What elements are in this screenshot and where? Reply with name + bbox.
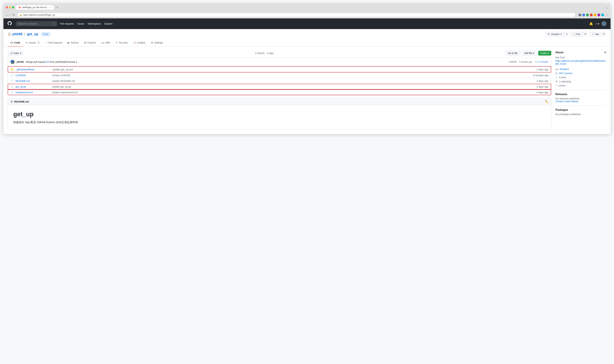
tab-settings[interactable]: ⚙ Settings: [148, 39, 166, 46]
fork-source-link[interactable]: https://github.com/yihong0618/2021/blob/…: [556, 60, 605, 65]
license-link[interactable]: MIT License: [559, 72, 572, 75]
commit-pr-link[interactable]: #2: [46, 61, 49, 63]
back-button[interactable]: ‹: [6, 13, 8, 17]
nav-explore[interactable]: Explore: [104, 22, 112, 25]
branch-count-link[interactable]: 1 branch: [255, 52, 265, 54]
code-label: Code: [541, 52, 546, 54]
stars-count: 0 stars: [559, 76, 566, 79]
packages-title: Packages: [556, 108, 606, 111]
commit-author-avatar: 👤: [11, 60, 15, 64]
file-name[interactable]: LICENSE: [15, 74, 50, 77]
gear-icon[interactable]: ⚙: [604, 51, 606, 54]
nav-pull-requests[interactable]: Pull requests: [60, 22, 74, 25]
fork-from-label: fork from: [556, 56, 606, 59]
commit-hash[interactable]: 2199360: [509, 61, 517, 63]
repo-actions: 👁 Unwatch ▾ 1 ⑂ Fork 0: [545, 32, 606, 37]
tab-issues[interactable]: ⊙ Issues 1: [23, 39, 43, 46]
browser-ext-icon4: [590, 13, 593, 16]
minimize-dot[interactable]: [9, 6, 11, 8]
tab-wiki[interactable]: 📖 Wiki: [99, 39, 113, 46]
watch-button[interactable]: 👁 Unwatch ▾: [545, 32, 564, 37]
settings-icon: ⚙: [151, 41, 153, 44]
tab-security[interactable]: 🛡 Security: [113, 39, 130, 46]
about-header: About ⚙: [556, 51, 606, 54]
branch-icon: ⎇: [10, 52, 13, 54]
maximize-dot[interactable]: [12, 6, 14, 8]
tab-insights[interactable]: 📈 Insights: [130, 39, 148, 46]
readme-meta-item: 📖 Readme: [556, 68, 606, 71]
releases-title: Releases: [556, 93, 606, 96]
forward-button[interactable]: ›: [9, 13, 11, 17]
file-icon: 📄: [11, 91, 14, 94]
commit-message: Merge pull request #2 from phh95/add-lic…: [26, 61, 80, 63]
commit-meta: 2199360 5 minutes ago 🕐 17 commits: [509, 61, 548, 63]
repo-visibility-badge: Public: [41, 33, 51, 36]
file-time: 3 days ago: [537, 80, 548, 82]
search-box[interactable]: Search or jump to... /: [16, 21, 57, 26]
user-avatar[interactable]: 👤: [601, 21, 606, 26]
readme-link[interactable]: Readme: [560, 68, 569, 71]
nav-marketplace[interactable]: Marketplace: [88, 22, 101, 25]
tab-projects[interactable]: ⊞ Projects: [81, 39, 99, 46]
reload-button[interactable]: ↻: [12, 13, 15, 17]
commit-author[interactable]: phh95: [17, 61, 24, 63]
commit-count: 🕐 17 commits: [535, 61, 548, 63]
search-placeholder: Search or jump to...: [18, 22, 51, 25]
book-icon: 📖: [556, 68, 558, 71]
tab-actions[interactable]: ▶ Actions: [65, 39, 81, 46]
code-button[interactable]: Code ▾: [538, 51, 551, 56]
branch-meta: 1 branch 0 tags: [255, 52, 274, 54]
tab-pull-requests[interactable]: ⑂ Pull requests: [43, 39, 65, 46]
watching-meta-item: 👁 1 watching: [556, 80, 606, 83]
close-dot[interactable]: [6, 6, 8, 8]
github-logo[interactable]: [8, 21, 12, 26]
file-row: 📁 .github/workflows Update get_up.yml 2 …: [8, 66, 551, 72]
tag-count-link[interactable]: 0 tags: [267, 52, 274, 54]
no-releases-text: No releases published: [556, 97, 606, 100]
license-meta-item: ⚖ MIT License: [556, 72, 606, 75]
add-file-button[interactable]: Add file ▾: [522, 51, 537, 56]
fork-meta-icon: ⑂: [556, 84, 557, 87]
address-bar[interactable]: 🔒 https://github.com/phh95/get_up: [17, 13, 575, 17]
file-name[interactable]: .github/workflows: [16, 68, 51, 71]
watch-count[interactable]: 1: [564, 32, 569, 37]
create-release-link[interactable]: Create a new release: [556, 100, 578, 103]
search-slash: /: [52, 22, 55, 25]
star-meta-icon: ☆: [556, 76, 558, 79]
issues-badge: 1: [37, 41, 41, 44]
nav-issues[interactable]: Issues: [77, 22, 84, 25]
window-collapse-button[interactable]: ⌄: [606, 5, 608, 9]
about-title: About: [556, 51, 563, 54]
repo-tab-nav: <> Code ⊙ Issues 1 ⑂ Pull requests ▶ A: [8, 39, 606, 46]
pr-icon: ⑂: [46, 41, 47, 44]
browser-tab[interactable]: 🐙 phh95/get_up: fork from https... ✕: [16, 5, 54, 10]
readme-heading: get_up: [13, 111, 546, 118]
branch-selector[interactable]: ⎇ main ▾: [8, 51, 23, 56]
file-name[interactable]: README.md: [15, 80, 50, 82]
file-time: 4 days ago: [537, 91, 548, 94]
star-button[interactable]: ☆ Star: [589, 32, 601, 37]
tab-code[interactable]: <> Code: [8, 39, 23, 46]
star-count[interactable]: 0: [601, 32, 606, 37]
watch-label: Unwatch: [551, 33, 560, 35]
fork-count[interactable]: 0: [583, 32, 588, 37]
file-icon: 📄: [11, 74, 14, 77]
go-to-file-button[interactable]: Go to file: [505, 51, 520, 56]
close-tab-button[interactable]: ✕: [50, 7, 51, 8]
fork-button[interactable]: ⑂ Fork: [571, 32, 583, 37]
insights-icon: 📈: [133, 41, 136, 44]
readme-header: ☰ README.md ✏️: [8, 98, 551, 105]
create-new-button[interactable]: + ▾: [595, 22, 599, 26]
browser-menu-button[interactable]: ⋮: [606, 13, 608, 16]
notifications-bell[interactable]: 🔔: [589, 22, 593, 26]
repo-name[interactable]: get_up: [27, 32, 38, 36]
readme-edit-button[interactable]: ✏️: [545, 100, 548, 103]
repo-sidebar: About ⚙ fork from https://github.com/yih…: [556, 51, 606, 130]
repo-owner[interactable]: phh95: [13, 32, 23, 36]
commits-count-link[interactable]: 17 commits: [538, 61, 548, 63]
packages-section: Packages No packages published: [556, 108, 606, 116]
repo-title-row: 📋 phh95 / get_up Public 👁 Unwatch ▾ 1: [8, 32, 606, 37]
new-tab-button[interactable]: +: [56, 6, 59, 9]
file-name[interactable]: get_up.py: [15, 85, 50, 88]
file-name[interactable]: requirements.txt: [15, 91, 50, 94]
